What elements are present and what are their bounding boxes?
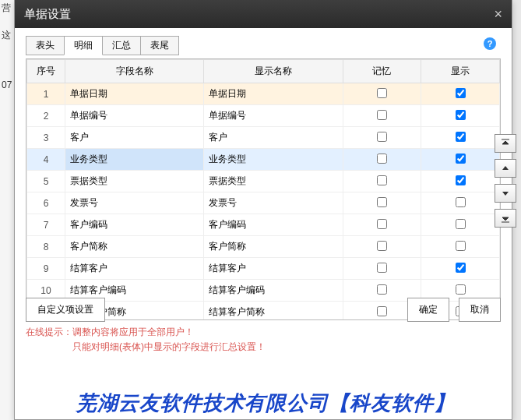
col-display: 显示名称 <box>204 60 343 83</box>
cell-seq: 7 <box>27 214 65 236</box>
cell-display[interactable]: 客户编码 <box>204 214 343 236</box>
move-down-button[interactable] <box>495 184 516 203</box>
cell-display[interactable]: 业务类型 <box>204 149 343 171</box>
fields-table: 序号 字段名称 显示名称 记忆 显示 1单据日期单据日期2单据编号单据编号3客户… <box>26 59 500 319</box>
dialog-title: 单据设置 <box>24 7 71 22</box>
help-icon[interactable]: ? <box>484 37 496 50</box>
table-row[interactable]: 6发票号发票号 <box>27 192 500 214</box>
tab-summary[interactable]: 汇总 <box>102 36 141 55</box>
table-row[interactable]: 3客户客户 <box>27 127 500 149</box>
cell-field[interactable]: 客户 <box>65 127 204 149</box>
cell-seq: 8 <box>27 236 65 258</box>
show-checkbox[interactable] <box>456 88 466 98</box>
hint-line-2: 只能对明细(表体)中显示的字段进行汇总设置！ <box>72 340 501 355</box>
cell-field[interactable]: 单据日期 <box>65 83 204 105</box>
cell-display[interactable]: 票据类型 <box>204 171 343 192</box>
cell-field[interactable]: 票据类型 <box>65 171 204 192</box>
tabs: 表头 明细 汇总 表尾 <box>26 36 501 55</box>
custom-fields-button[interactable]: 自定义项设置 <box>26 298 105 322</box>
tab-header[interactable]: 表头 <box>26 36 65 55</box>
show-checkbox[interactable] <box>456 154 466 164</box>
memory-checkbox[interactable] <box>377 284 387 295</box>
bg-text-3: 07 <box>0 78 15 92</box>
hints: 在线提示：调整内容将应用于全部用户！ 只能对明细(表体)中显示的字段进行汇总设置… <box>26 325 501 355</box>
table-row[interactable]: 2单据编号单据编号 <box>27 105 500 127</box>
show-checkbox[interactable] <box>456 197 466 207</box>
cell-seq: 9 <box>27 258 65 280</box>
col-show: 显示 <box>421 60 500 83</box>
cell-field[interactable]: 客户简称 <box>65 236 204 258</box>
cell-seq: 1 <box>27 83 65 105</box>
cell-seq: 3 <box>27 127 65 149</box>
memory-checkbox[interactable] <box>377 263 387 273</box>
memory-checkbox[interactable] <box>377 132 387 142</box>
col-memory: 记忆 <box>343 60 421 83</box>
ok-button[interactable]: 确定 <box>407 298 449 322</box>
memory-checkbox[interactable] <box>377 175 387 185</box>
table-row[interactable]: 7客户编码客户编码 <box>27 214 500 236</box>
bg-text-1: 营 <box>0 0 15 16</box>
cell-seq: 4 <box>27 149 65 171</box>
cell-field[interactable]: 发票号 <box>65 192 204 214</box>
tab-footer[interactable]: 表尾 <box>140 36 179 55</box>
show-checkbox[interactable] <box>456 284 466 295</box>
cell-seq: 2 <box>27 105 65 127</box>
reorder-buttons <box>495 134 516 228</box>
show-checkbox[interactable] <box>456 132 466 142</box>
dialog: 单据设置 × 表头 明细 汇总 表尾 ? 序号 字段名称 显示名称 记忆 <box>14 0 512 420</box>
table-container: 序号 字段名称 显示名称 记忆 显示 1单据日期单据日期2单据编号单据编号3客户… <box>26 58 501 320</box>
memory-checkbox[interactable] <box>377 241 387 251</box>
cell-seq: 6 <box>27 192 65 214</box>
table-row[interactable]: 5票据类型票据类型 <box>27 171 500 192</box>
bg-text-2: 这 <box>0 27 15 44</box>
move-up-button[interactable] <box>495 159 516 178</box>
titlebar: 单据设置 × <box>15 0 512 28</box>
cell-field[interactable]: 单据编号 <box>65 105 204 127</box>
cell-display[interactable]: 结算客户 <box>204 258 343 280</box>
watermark: 芜湖云友软件技术有限公司【科友软件】 <box>76 390 455 417</box>
col-field: 字段名称 <box>65 60 204 83</box>
table-row[interactable]: 4业务类型业务类型 <box>27 149 500 171</box>
memory-checkbox[interactable] <box>377 88 387 98</box>
tab-detail[interactable]: 明细 <box>64 36 103 55</box>
cell-display[interactable]: 单据日期 <box>204 83 343 105</box>
show-checkbox[interactable] <box>456 263 466 273</box>
move-bottom-button[interactable] <box>495 209 516 228</box>
table-row[interactable]: 1单据日期单据日期 <box>27 83 500 105</box>
move-top-button[interactable] <box>495 134 516 153</box>
cell-field[interactable]: 业务类型 <box>65 149 204 171</box>
cell-display[interactable]: 发票号 <box>204 192 343 214</box>
cell-display[interactable]: 客户简称 <box>204 236 343 258</box>
cell-display[interactable]: 客户 <box>204 127 343 149</box>
col-seq: 序号 <box>27 60 65 83</box>
show-checkbox[interactable] <box>456 175 466 185</box>
memory-checkbox[interactable] <box>377 154 387 164</box>
memory-checkbox[interactable] <box>377 197 387 207</box>
cell-field[interactable]: 结算客户 <box>65 258 204 280</box>
memory-checkbox[interactable] <box>377 110 387 120</box>
show-checkbox[interactable] <box>456 110 466 120</box>
cancel-button[interactable]: 取消 <box>459 298 501 322</box>
hint-prefix: 在线提示： <box>26 326 72 337</box>
close-icon[interactable]: × <box>494 6 502 23</box>
memory-checkbox[interactable] <box>377 219 387 229</box>
cell-field[interactable]: 客户编码 <box>65 214 204 236</box>
table-row[interactable]: 9结算客户结算客户 <box>27 258 500 280</box>
show-checkbox[interactable] <box>456 241 466 251</box>
table-row[interactable]: 8客户简称客户简称 <box>27 236 500 258</box>
cell-seq: 5 <box>27 171 65 192</box>
show-checkbox[interactable] <box>456 219 466 229</box>
hint-line-1: 调整内容将应用于全部用户！ <box>72 326 194 337</box>
cell-display[interactable]: 单据编号 <box>204 105 343 127</box>
